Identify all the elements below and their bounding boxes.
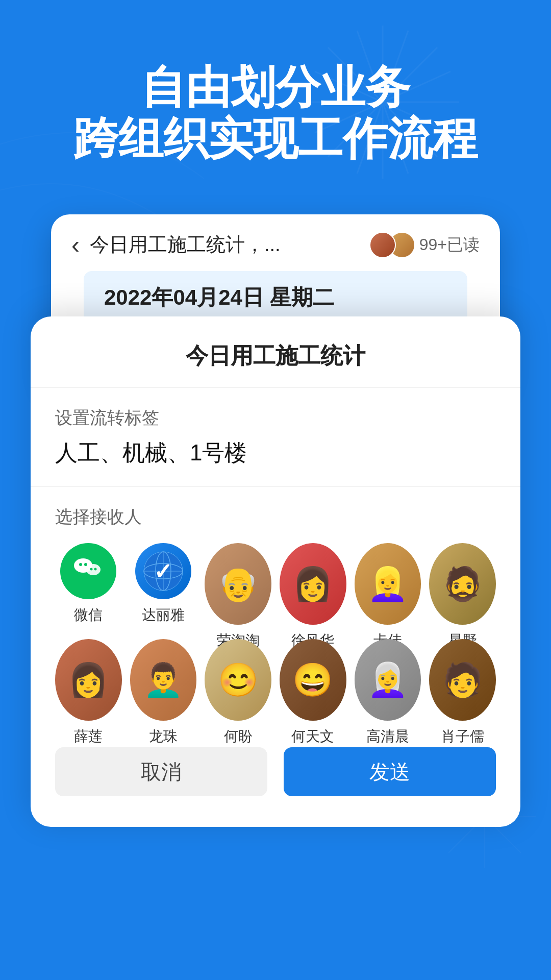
recipients-grid: 微信 ✓ 达丽雅👴荣淘淘👩徐风华👱‍♀️卡佳🧔星野👩薛莲👨‍🦱龙珠😊何盼😄何天文… [55,543,496,721]
recipients-section: 选择接收人 微信 [31,487,520,731]
person-face: 😊 [205,652,271,708]
hero-line1: 自由划分业务 [0,61,551,113]
recipient-item[interactable]: 👩‍🦳高清晨 [355,639,421,721]
modal-card: 今日用工施工统计 设置流转标签 人工、机械、1号楼 选择接收人 微信 [31,316,520,827]
recipient-name: 微信 [74,605,103,625]
svg-point-13 [86,564,101,575]
recipient-item[interactable]: 👴荣淘淘 [205,543,271,625]
recipient-item[interactable]: 👨‍🦱龙珠 [130,639,197,721]
wechat-icon [70,550,106,593]
recipients-label: 选择接收人 [55,505,496,529]
recipient-avatar: 🧔 [429,543,496,625]
recipient-name: 何盼 [224,727,253,746]
recipient-name: 肖子儒 [441,727,484,746]
recipient-name: 薛莲 [74,727,103,746]
recipient-name: 高清晨 [366,727,409,746]
svg-point-16 [90,568,93,570]
recipient-avatar: 😄 [280,639,346,721]
modal-title: 今日用工施工统计 [31,316,520,388]
back-button[interactable]: ‹ [71,231,80,259]
person-face: 🧔 [429,556,496,612]
recipient-avatar [60,543,116,599]
date-text: 2022年04月24日 星期二 [104,275,447,312]
recipient-avatar: 👨‍🦱 [130,639,197,721]
recipient-avatar: 😊 [205,639,271,721]
read-count: 99+已读 [419,234,480,256]
recipient-name: 达丽雅 [142,605,185,625]
person-face: 👩 [280,556,346,612]
recipient-item[interactable]: 🧔星野 [429,543,496,625]
person-face: 👨‍🦱 [130,652,197,708]
person-face: 👴 [205,556,271,612]
tag-section: 设置流转标签 人工、机械、1号楼 [31,388,520,487]
recipient-name: 何天文 [291,727,334,746]
recipient-avatar: 👩‍🦳 [355,639,421,721]
person-face: 👩 [55,652,122,708]
tag-value: 人工、机械、1号楼 [55,438,496,468]
recipient-avatar: ✓ [135,543,191,599]
recipient-avatar: 👱‍♀️ [355,543,421,625]
svg-point-17 [94,568,97,570]
read-avatar-1 [369,232,396,258]
hero-title: 自由划分业务 跨组织实现工作流程 [0,61,551,164]
recipient-name: 龙珠 [149,727,178,746]
tag-label: 设置流转标签 [55,406,496,430]
recipient-item[interactable]: 👩徐风华 [280,543,346,625]
recipient-item[interactable]: 😄何天文 [280,639,346,721]
read-avatars: 99+已读 [369,232,480,258]
person-face: 👱‍♀️ [355,556,421,612]
svg-point-14 [79,563,82,566]
recipient-item[interactable]: 🧑肖子儒 [429,639,496,721]
recipient-avatar: 👩 [55,639,122,721]
chat-title: 今日用工施工统计，... [90,232,359,258]
phone-area: ‹ 今日用工施工统计，... 99+已读 2022年04月24日 星期二 晴 北… [31,214,520,980]
recipient-avatar: 👩 [280,543,346,625]
recipient-item[interactable]: 微信 [55,543,122,625]
cancel-button[interactable]: 取消 [55,747,267,796]
hero-line2: 跨组织实现工作流程 [0,113,551,164]
person-face: 😄 [280,652,346,708]
recipient-avatar: 🧑 [429,639,496,721]
recipient-item[interactable]: 😊何盼 [205,639,271,721]
recipient-item[interactable]: ✓ 达丽雅 [130,543,197,625]
send-button[interactable]: 发送 [284,747,496,796]
recipient-item[interactable]: 👱‍♀️卡佳 [355,543,421,625]
person-face: 🧑 [429,652,496,708]
recipient-avatar: 👴 [205,543,271,625]
chat-header: ‹ 今日用工施工统计，... 99+已读 [51,214,500,271]
svg-point-15 [84,563,87,566]
recipient-item[interactable]: 👩薛莲 [55,639,122,721]
person-face: 👩‍🦳 [355,652,421,708]
